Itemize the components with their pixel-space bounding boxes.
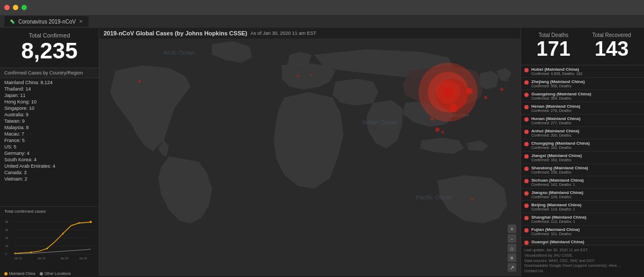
region-dot xyxy=(524,80,529,85)
map-title: 2019-nCoV Global Cases (by Johns Hopkins… xyxy=(104,30,247,36)
region-info: Jiangxi (Mainland China) Confirmed: 162,… xyxy=(531,153,641,162)
country-name: Japan: 11 xyxy=(4,93,26,98)
svg-text:Jan 19: Jan 19 xyxy=(14,257,22,260)
share-icon[interactable]: ↗ xyxy=(508,263,516,272)
world-map: Indian Ocean Pacific Ocean Arctic Ocean … xyxy=(99,28,521,276)
country-name: South Korea: 4 xyxy=(4,157,36,162)
region-info: Jiangsu (Mainland China) Confirmed: 129,… xyxy=(531,190,641,199)
list-item: Fujian (Mainland China) Confirmed: 101, … xyxy=(521,226,644,238)
footer-line3: Data sources: WHO, CDC, NHC and DXY. xyxy=(524,259,595,263)
svg-text:Indian Ocean: Indian Ocean xyxy=(362,119,397,125)
country-name: United Arab Emirates: 4 xyxy=(4,163,55,169)
list-item: Guangxi (Mainland China) Confirmed: 70, … xyxy=(521,238,644,245)
list-item: Henan (Mainland China) Confirmed: 278, D… xyxy=(521,102,644,115)
region-info: Sichuan (Mainland China) Confirmed: 142,… xyxy=(531,178,641,186)
country-name: Hong Kong: 10 xyxy=(4,99,36,104)
region-info: Guangxi (Mainland China) Confirmed: 70, … xyxy=(531,239,641,245)
mainland-china-label: Mainland China xyxy=(9,272,35,275)
svg-point-36 xyxy=(430,117,434,121)
region-stats: Confirmed: 4,903, Deaths: 162 xyxy=(531,72,641,76)
country-name: Australia: 9 xyxy=(4,112,28,117)
footer-line4: Downloadable Google Sheet (support comme… xyxy=(524,264,620,267)
tab-title: Coronavirus 2019-nCoV xyxy=(18,19,76,25)
region-name: Zhejiang (Mainland China) xyxy=(531,79,641,84)
right-panel: Total Deaths 171 Total Recovered 143 Hub… xyxy=(521,28,644,276)
svg-text:Jan 22: Jan 22 xyxy=(38,257,46,260)
region-name: Jiangsu (Mainland China) xyxy=(531,190,641,195)
list-item: Zhejiang (Mainland China) Confirmed: 558… xyxy=(521,78,644,90)
region-info: Anhui (Mainland China) Confirmed: 200, D… xyxy=(531,129,641,137)
country-name: Vietnam: 2 xyxy=(4,176,27,182)
zoom-out-button[interactable]: - xyxy=(508,234,516,243)
list-item: Mainland China: 8,124 xyxy=(0,79,99,86)
left-panel: Total Confirmed 8,235 Confirmed Cases by… xyxy=(0,28,99,276)
svg-point-39 xyxy=(297,75,299,78)
list-item: Anhui (Mainland China) Confirmed: 200, D… xyxy=(521,127,644,139)
browser-chrome: 🦠 Coronavirus 2019-nCoV ✕ ◀ ▶ ↻ gisandda… xyxy=(0,0,644,28)
tab-bar: 🦠 Coronavirus 2019-nCoV ✕ xyxy=(0,15,644,28)
map-area[interactable]: 2019-nCoV Global Cases (by Johns Hopkins… xyxy=(99,28,521,276)
recovered-stat-box: Total Recovered 143 xyxy=(585,32,639,61)
svg-text:Arctic Ocean: Arctic Ocean xyxy=(163,50,195,56)
region-name: Beijing (Mainland China) xyxy=(531,203,641,207)
list-item: Sichuan (Mainland China) Confirmed: 142,… xyxy=(521,176,644,189)
region-dot xyxy=(524,93,529,97)
svg-point-19 xyxy=(90,221,92,223)
region-name: Anhui (Mainland China) xyxy=(531,129,641,133)
zoom-in-button[interactable]: + xyxy=(508,224,516,233)
region-name: Henan (Mainland China) xyxy=(531,104,641,109)
region-dot xyxy=(524,142,529,146)
recovered-number: 143 xyxy=(585,38,639,61)
region-info: Shandong (Mainland China) Confirmed: 158… xyxy=(531,166,641,174)
svg-text:4k: 4k xyxy=(5,237,9,239)
region-name: Guangdong (Mainland China) xyxy=(531,92,641,96)
list-item: Jiangsu (Mainland China) Confirmed: 129,… xyxy=(521,189,644,201)
minimize-dot[interactable] xyxy=(13,5,18,10)
map-header: 2019-nCoV Global Cases (by Johns Hopkins… xyxy=(99,28,521,39)
region-dot xyxy=(524,204,529,208)
home-button[interactable]: ⌂ xyxy=(508,244,516,252)
region-info: Fujian (Mainland China) Confirmed: 101, … xyxy=(531,227,641,236)
region-stats: Confirmed: 114, Deaths: 1 xyxy=(531,207,641,211)
region-stats: Confirmed: 558, Deaths: xyxy=(531,84,641,88)
tab-close-icon[interactable]: ✕ xyxy=(79,19,83,24)
region-name: Fujian (Mainland China) xyxy=(531,227,641,232)
region-stats: Confirmed: 182, Deaths: xyxy=(531,146,641,149)
svg-text:Pacific Ocean: Pacific Ocean xyxy=(416,194,452,200)
svg-point-15 xyxy=(30,251,32,253)
list-item: Hong Kong: 10 xyxy=(0,99,99,105)
region-dot xyxy=(524,105,529,109)
close-dot[interactable] xyxy=(4,5,10,10)
region-stats: Confirmed: 277, Deaths: xyxy=(531,121,641,125)
region-info: Beijing (Mainland China) Confirmed: 114,… xyxy=(531,203,641,211)
region-dot xyxy=(524,228,529,233)
country-name: Canada: 3 xyxy=(4,170,27,175)
region-stats: Confirmed: 129, Deaths: xyxy=(531,195,641,199)
region-name: Guangxi (Mainland China) xyxy=(531,239,641,244)
map-controls[interactable]: + - ⌂ ≡ ↗ xyxy=(508,224,516,272)
region-dot xyxy=(524,117,529,122)
region-stats: Confirmed: 200, Deaths: xyxy=(531,133,641,137)
country-name: Germany: 4 xyxy=(4,151,30,156)
svg-text:8k: 8k xyxy=(5,221,9,223)
country-list[interactable]: Mainland China: 8,124Thailand: 14Japan: … xyxy=(0,78,99,206)
list-item: Guangdong (Mainland China) Confirmed: 35… xyxy=(521,90,644,102)
region-name: Hunan (Mainland China) xyxy=(531,116,641,121)
svg-point-32 xyxy=(449,104,458,113)
stats-row: Total Deaths 171 Total Recovered 143 xyxy=(521,28,644,65)
region-dot xyxy=(524,216,529,220)
region-stats: Confirmed: 158, Deaths: xyxy=(531,170,641,174)
layers-icon[interactable]: ≡ xyxy=(508,253,516,262)
country-name: France: 5 xyxy=(4,138,25,143)
svg-point-33 xyxy=(435,128,440,132)
total-confirmed-box: Total Confirmed 8,235 xyxy=(0,28,99,68)
browser-tab[interactable]: 🦠 Coronavirus 2019-nCoV ✕ xyxy=(4,16,89,27)
region-list[interactable]: Hubei (Mainland China) Confirmed: 4,903,… xyxy=(521,65,644,245)
maximize-dot[interactable] xyxy=(21,5,27,10)
svg-text:Jan 25: Jan 25 xyxy=(60,257,68,260)
mainland-china-dot xyxy=(4,272,8,275)
svg-text:Jan 28: Jan 28 xyxy=(79,257,87,260)
deaths-number: 171 xyxy=(526,38,581,61)
list-item: Hunan (Mainland China) Confirmed: 277, D… xyxy=(521,115,644,127)
region-name: Shanghai (Mainland China) xyxy=(531,215,641,220)
